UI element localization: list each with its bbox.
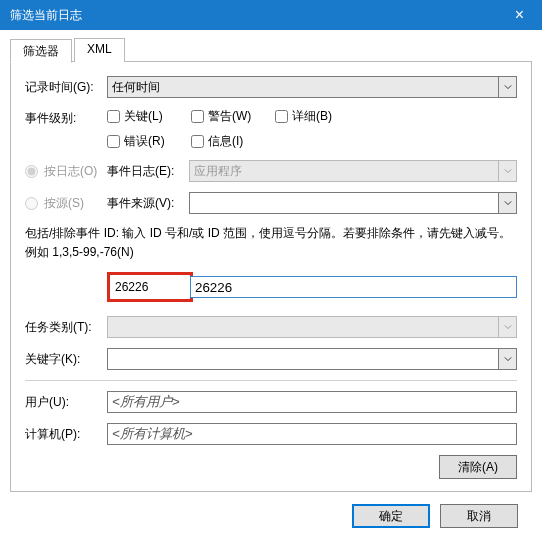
chevron-down-icon [498, 317, 516, 337]
row-task-category: 任务类别(T): [25, 316, 517, 338]
chevron-down-icon [498, 349, 516, 369]
row-by-source: 按源(S) 事件来源(V): [25, 192, 517, 214]
chk-info-label: 信息(I) [208, 133, 243, 150]
chk-warning-label: 警告(W) [208, 108, 251, 125]
row-clear: 清除(A) [25, 455, 517, 479]
event-id-input[interactable] [190, 276, 517, 298]
computer-input[interactable] [107, 423, 517, 445]
chk-critical-box[interactable] [107, 110, 120, 123]
label-event-logs: 事件日志(E): [107, 163, 189, 180]
radio-by-log-input [25, 165, 38, 178]
chk-warning-box[interactable] [191, 110, 204, 123]
row-logged: 记录时间(G): 任何时间 [25, 76, 517, 98]
clear-button-label: 清除(A) [458, 460, 498, 474]
row-level: 事件级别: 关键(L) 警告(W) 详细(B) 错误(R) 信息(I) [25, 108, 517, 150]
title-bar: 筛选当前日志 × [0, 0, 542, 30]
chk-error-label: 错误(R) [124, 133, 165, 150]
row-event-id: 26226 [107, 272, 517, 302]
radio-by-log: 按日志(O) [25, 163, 107, 180]
tab-xml[interactable]: XML [74, 38, 125, 62]
tab-strip: 筛选器 XML [10, 38, 532, 62]
logged-value: 任何时间 [108, 79, 498, 96]
row-user: 用户(U): [25, 391, 517, 413]
event-sources-combo[interactable] [189, 192, 517, 214]
chk-error-box[interactable] [107, 135, 120, 148]
clear-button[interactable]: 清除(A) [439, 455, 517, 479]
logged-combo[interactable]: 任何时间 [107, 76, 517, 98]
row-by-log: 按日志(O) 事件日志(E): 应用程序 [25, 160, 517, 182]
label-logged: 记录时间(G): [25, 79, 107, 96]
event-id-highlight-text: 26226 [113, 278, 187, 296]
radio-by-source-input [25, 197, 38, 210]
label-level: 事件级别: [25, 108, 107, 127]
event-logs-value: 应用程序 [190, 163, 498, 180]
cancel-button[interactable]: 取消 [440, 504, 518, 528]
chk-verbose-box[interactable] [275, 110, 288, 123]
client-area: 筛选器 XML 记录时间(G): 任何时间 事件级别: 关键(L) 警告(W) … [0, 30, 542, 550]
keywords-combo[interactable] [107, 348, 517, 370]
dialog-footer: 确定 取消 [10, 492, 532, 540]
tab-panel-filter: 记录时间(G): 任何时间 事件级别: 关键(L) 警告(W) 详细(B) 错误… [10, 62, 532, 492]
row-computer: 计算机(P): [25, 423, 517, 445]
window-title: 筛选当前日志 [10, 7, 497, 24]
task-category-combo [107, 316, 517, 338]
label-computer: 计算机(P): [25, 426, 107, 443]
close-button[interactable]: × [497, 0, 542, 30]
chk-warning[interactable]: 警告(W) [191, 108, 261, 125]
event-logs-combo: 应用程序 [189, 160, 517, 182]
tab-xml-label: XML [87, 42, 112, 56]
ok-button[interactable]: 确定 [352, 504, 430, 528]
tab-filter[interactable]: 筛选器 [10, 39, 72, 63]
chk-error[interactable]: 错误(R) [107, 133, 177, 150]
chk-info-box[interactable] [191, 135, 204, 148]
row-keywords: 关键字(K): [25, 348, 517, 370]
tab-filter-label: 筛选器 [23, 44, 59, 58]
cancel-button-label: 取消 [467, 509, 491, 523]
radio-by-log-label: 按日志(O) [44, 163, 97, 180]
chk-critical[interactable]: 关键(L) [107, 108, 177, 125]
ok-button-label: 确定 [379, 509, 403, 523]
user-input[interactable] [107, 391, 517, 413]
chk-info[interactable]: 信息(I) [191, 133, 261, 150]
event-id-help: 包括/排除事件 ID: 输入 ID 号和/或 ID 范围，使用逗号分隔。若要排除… [25, 224, 517, 262]
chevron-down-icon [498, 193, 516, 213]
event-id-highlight: 26226 [107, 272, 193, 302]
chevron-down-icon [498, 77, 516, 97]
label-task-category: 任务类别(T): [25, 319, 107, 336]
separator [25, 380, 517, 381]
label-keywords: 关键字(K): [25, 351, 107, 368]
radio-by-source: 按源(S) [25, 195, 107, 212]
label-event-sources: 事件来源(V): [107, 195, 189, 212]
radio-by-source-label: 按源(S) [44, 195, 84, 212]
chk-verbose-label: 详细(B) [292, 108, 332, 125]
close-icon: × [515, 6, 524, 24]
chk-critical-label: 关键(L) [124, 108, 163, 125]
level-checkbox-group: 关键(L) 警告(W) 详细(B) 错误(R) 信息(I) [107, 108, 517, 150]
chk-verbose[interactable]: 详细(B) [275, 108, 345, 125]
chevron-down-icon [498, 161, 516, 181]
label-user: 用户(U): [25, 394, 107, 411]
